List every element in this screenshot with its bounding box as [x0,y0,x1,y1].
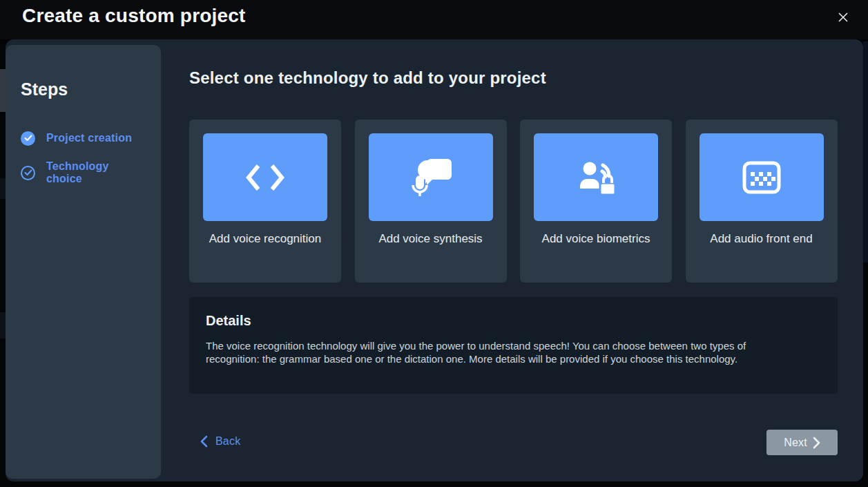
steps-sidebar: Steps Project creation Technology choice [6,45,161,479]
card-add-audio-front-end[interactable]: Add audio front end [686,120,838,283]
page-title: Select one technology to add to your pro… [189,68,863,88]
technology-cards: Add voice recognition Add voice s [189,120,838,283]
card-add-voice-synthesis[interactable]: Add voice synthesis [355,120,507,283]
next-button[interactable]: Next [766,430,838,455]
dialog-title: Create a custom project [22,5,246,27]
dialog-header: Create a custom project [0,0,868,39]
details-heading: Details [206,313,821,329]
chevron-left-icon [200,435,208,448]
card-label: Add voice recognition [203,231,327,247]
dialog-body: Steps Project creation Technology choice [6,39,863,481]
card-add-voice-biometrics[interactable]: Add voice biometrics [520,120,672,283]
step-technology-choice[interactable]: Technology choice [21,164,146,181]
check-circle-filled-icon [21,131,35,146]
details-text: The voice recognition technology will gi… [206,339,789,365]
close-icon [837,11,849,23]
card-label: Add audio front end [700,231,824,247]
dimmed-background-fragment [863,41,868,262]
chevron-right-icon [813,437,820,449]
card-add-voice-recognition[interactable]: Add voice recognition [189,120,341,283]
code-icon [203,133,327,221]
back-button[interactable]: Back [200,435,240,448]
step-label: Project creation [46,132,132,144]
screen: Create a custom project Steps Project cr… [0,0,868,487]
check-circle-outline-icon [21,166,35,180]
close-button[interactable] [835,9,851,26]
card-label: Add voice synthesis [369,231,493,247]
step-project-creation[interactable]: Project creation [21,130,146,146]
main-panel: Select one technology to add to your pro… [161,39,863,481]
dimmed-background-fragment [0,69,6,112]
dimmed-background-fragment [0,312,6,338]
details-panel: Details The voice recognition technology… [189,297,838,394]
steps-heading: Steps [21,79,146,99]
step-label: Technology choice [46,160,146,185]
mic-speech-icon [369,133,493,221]
card-label: Add voice biometrics [534,231,658,247]
back-label: Back [215,435,240,448]
dimmed-background-fragment [0,178,6,199]
dialog-footer: Back Next [189,430,838,456]
next-label: Next [784,437,807,449]
person-voice-lock-icon [534,133,658,221]
audio-grid-icon [700,133,824,221]
